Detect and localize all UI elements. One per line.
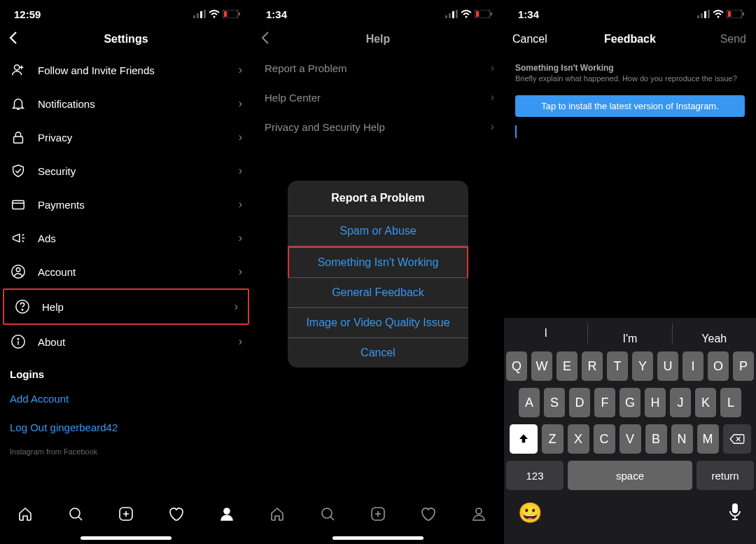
key-n[interactable]: N [671,424,693,454]
signal-icon [445,10,458,18]
sheet-option-quality[interactable]: Image or Video Quality Issue [288,308,468,338]
dictation-button[interactable] [728,503,742,524]
key-t[interactable]: T [607,351,628,381]
key-y[interactable]: Y [632,351,653,381]
chevron-right-icon: › [239,165,242,177]
row-about[interactable]: About › [0,325,252,358]
key-f[interactable]: F [594,388,615,417]
row-notifications[interactable]: Notifications › [0,87,252,120]
row-payments[interactable]: Payments › [0,188,252,221]
sheet-option-spam[interactable]: Spam or Abuse [288,216,468,246]
row-follow-invite[interactable]: Follow and Invite Friends › [0,53,252,87]
key-return[interactable]: return [696,461,754,490]
key-d[interactable]: D [569,388,590,417]
help-icon [14,298,31,315]
row-account[interactable]: Account › [0,255,252,288]
tab-home[interactable] [269,505,286,525]
key-m[interactable]: M [697,424,719,454]
svg-rect-34 [708,10,710,18]
home-indicator[interactable] [332,536,424,540]
tab-search[interactable] [319,505,336,525]
key-shift[interactable] [510,424,538,454]
sheet-title: Report a Problem [288,181,468,216]
back-button[interactable] [260,29,270,49]
emoji-button[interactable]: 😀 [518,501,542,524]
row-security[interactable]: Security › [0,154,252,188]
tab-home[interactable] [17,505,34,525]
bell-icon [10,95,27,112]
send-button[interactable]: Send [720,33,746,46]
tab-profile[interactable] [218,505,235,525]
key-q[interactable]: Q [506,351,527,381]
key-r[interactable]: R [582,351,603,381]
row-label: Privacy and Security Help [265,121,479,133]
row-label: Privacy [38,132,227,144]
sheet-option-cancel[interactable]: Cancel [288,338,468,368]
settings-list: Follow and Invite Friends › Notification… [0,53,252,496]
cancel-button[interactable]: Cancel [512,33,547,46]
key-v[interactable]: V [620,424,641,454]
key-w[interactable]: W [531,351,552,381]
sheet-option-feedback[interactable]: General Feedback [288,278,468,308]
key-x[interactable]: X [568,424,589,454]
key-o[interactable]: O [708,351,729,381]
row-help-center[interactable]: Help Center › [252,83,504,112]
lock-icon [10,129,27,146]
tab-add[interactable] [118,505,134,525]
feedback-subtitle: Briefly explain what happened. How do yo… [504,73,756,90]
add-account-link[interactable]: Add Account [0,384,252,413]
back-button[interactable] [8,29,18,49]
row-report-problem[interactable]: Report a Problem › [252,53,504,83]
tab-activity[interactable] [420,505,437,525]
key-space[interactable]: space [568,461,692,490]
status-bar: 1:34 [252,0,504,25]
key-backspace[interactable] [723,424,751,454]
status-icons [445,10,493,18]
tab-profile[interactable] [470,505,487,525]
wifi-icon [209,10,220,18]
nav-header: Help [252,25,504,53]
signal-icon [193,10,206,18]
suggestion[interactable]: I [504,318,587,349]
key-p[interactable]: P [733,351,754,381]
row-label: Security [38,165,227,177]
row-help[interactable]: Help › [3,288,249,325]
svg-point-24 [465,16,468,18]
text-input[interactable] [515,125,517,138]
logout-link[interactable]: Log Out gingerbeard42 [0,413,252,442]
suggestion[interactable]: Yeah [672,323,756,343]
sheet-option-something[interactable]: Something Isn't Working [288,246,468,278]
clock: 1:34 [518,8,539,20]
suggestion[interactable]: I'm [587,323,671,343]
key-z[interactable]: Z [542,424,564,454]
kb-row-3: Z X C V B N M [506,424,754,454]
row-label: Help [42,301,223,313]
key-b[interactable]: B [645,424,667,454]
tab-bar [252,496,504,535]
tab-add[interactable] [370,505,386,525]
key-s[interactable]: S [544,388,565,417]
svg-rect-26 [491,13,492,15]
key-i[interactable]: I [682,351,704,381]
battery-icon [727,10,745,18]
svg-rect-2 [200,11,202,18]
update-banner[interactable]: Tap to install the latest version of Ins… [515,95,745,117]
key-l[interactable]: L [720,388,741,417]
key-123[interactable]: 123 [506,461,564,490]
row-ads[interactable]: Ads › [0,221,252,255]
home-indicator[interactable] [80,536,172,540]
key-j[interactable]: J [670,388,691,417]
key-h[interactable]: H [645,388,666,417]
key-g[interactable]: G [620,388,640,417]
person-plus-icon [10,62,27,78]
row-privacy-security-help[interactable]: Privacy and Security Help › [252,112,504,141]
tab-activity[interactable] [168,505,185,525]
key-e[interactable]: E [556,351,578,381]
key-c[interactable]: C [594,424,615,454]
action-sheet: Report a Problem Spam or Abuse Something… [288,181,468,368]
row-privacy[interactable]: Privacy › [0,120,252,154]
key-a[interactable]: A [519,388,540,417]
key-k[interactable]: K [695,388,716,417]
key-u[interactable]: U [657,351,678,381]
tab-search[interactable] [67,505,84,525]
